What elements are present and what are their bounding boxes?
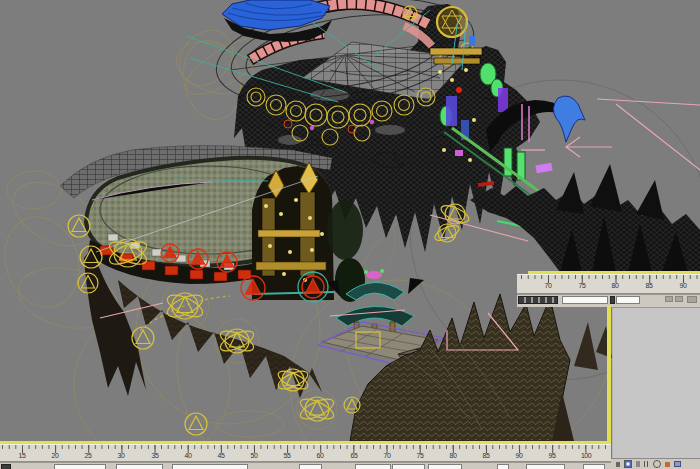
tick-label: 45 (212, 452, 230, 459)
tick-label: 70 (378, 452, 396, 459)
tick-label: 65 (345, 452, 363, 459)
tick-label: 100 (577, 452, 595, 459)
status-field-fragment[interactable] (687, 296, 697, 303)
status-icon-6[interactable] (665, 462, 670, 467)
tick-label: 95 (543, 452, 561, 459)
status-field-fragment[interactable] (526, 464, 565, 469)
tick-label: 70 (539, 282, 557, 289)
active-viewport-border-right (607, 305, 611, 444)
tick-label: 35 (146, 452, 164, 459)
track-bar-bottom[interactable]: 15 20 25 30 35 40 45 50 55 60 65 70 75 8… (0, 444, 611, 462)
status-icon-1[interactable] (616, 462, 620, 467)
status-icon-3[interactable] (636, 461, 640, 467)
status-field-fragment[interactable] (518, 296, 558, 304)
status-field-fragment[interactable] (54, 464, 106, 469)
tick-label: 85 (477, 452, 495, 459)
tick-label: 85 (640, 282, 658, 289)
status-field-fragment[interactable] (1, 464, 11, 469)
status-icon-strip (611, 458, 700, 469)
tick-label: 50 (245, 452, 263, 459)
tick-label: 80 (444, 452, 462, 459)
status-field-fragment[interactable] (665, 296, 673, 302)
status-field-fragment[interactable] (172, 464, 248, 469)
status-field-fragment[interactable] (583, 464, 605, 469)
track-bar-top[interactable]: 70 75 80 85 90 (517, 274, 700, 294)
status-icon-5[interactable] (653, 460, 661, 468)
status-field-fragment[interactable] (299, 464, 322, 469)
status-field-fragment[interactable] (616, 296, 640, 304)
tick-label: 75 (573, 282, 591, 289)
tick-label: 20 (46, 452, 64, 459)
viewport-composite: 70 75 80 85 90 15 20 25 30 35 40 45 50 5… (0, 0, 700, 469)
tick-label: 40 (179, 452, 197, 459)
status-field-fragment[interactable] (675, 296, 683, 302)
status-icon-7[interactable] (674, 461, 681, 467)
status-field-fragment[interactable] (355, 464, 391, 469)
status-bar-fragment-bottom (0, 462, 611, 469)
status-field-fragment[interactable] (116, 464, 163, 469)
status-field-fragment[interactable] (392, 464, 425, 469)
status-field-fragment[interactable] (428, 464, 462, 469)
status-field-fragment[interactable] (562, 296, 608, 304)
tick-label: 60 (311, 452, 329, 459)
tick-label: 25 (79, 452, 97, 459)
tick-label: 80 (606, 282, 624, 289)
tick-label: 15 (13, 452, 31, 459)
empty-side-panel (612, 307, 700, 458)
status-field-fragment[interactable] (497, 464, 509, 469)
3d-viewport[interactable] (0, 0, 700, 469)
tick-label: 75 (411, 452, 429, 459)
tick-label: 90 (510, 452, 528, 459)
status-field-fragment[interactable] (610, 296, 615, 304)
status-icon-2[interactable] (624, 460, 632, 468)
tick-label: 30 (112, 452, 130, 459)
tick-label: 55 (278, 452, 296, 459)
status-icon-4[interactable] (644, 461, 649, 467)
tick-label: 90 (674, 282, 692, 289)
